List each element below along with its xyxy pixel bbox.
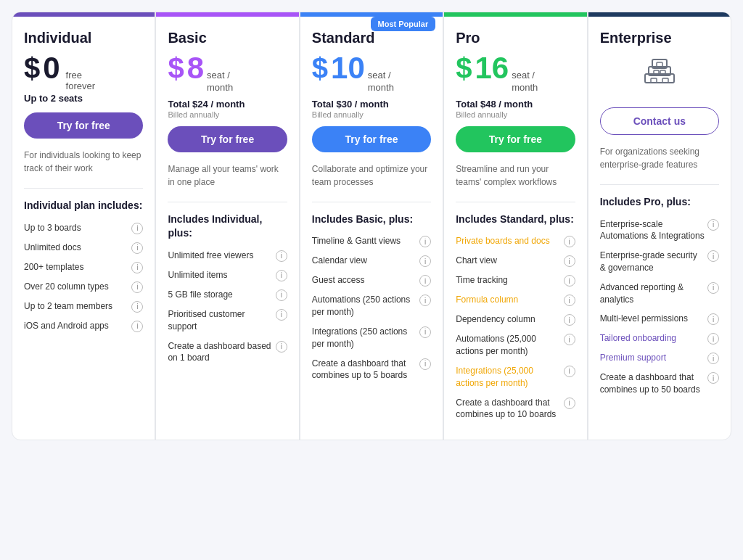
info-icon[interactable]: i (564, 398, 575, 409)
feature-text: Calendar view (312, 255, 416, 267)
info-icon[interactable]: i (707, 333, 719, 345)
price-suffix-basic: seat /month (207, 70, 233, 94)
feature-text: 5 GB file storage (168, 289, 272, 301)
info-icon[interactable]: i (707, 250, 719, 262)
info-icon[interactable]: i (131, 301, 143, 313)
plan-description-pro: Streamline and run your teams' complex w… (456, 162, 575, 192)
info-icon[interactable]: i (564, 236, 575, 247)
info-icon[interactable]: i (419, 255, 431, 267)
info-icon[interactable]: i (707, 372, 719, 384)
plan-card-basic: Basic$8seat /monthTotal $24 / monthBille… (155, 12, 299, 440)
info-icon[interactable]: i (276, 250, 287, 262)
info-icon[interactable]: i (419, 236, 431, 247)
info-icon[interactable]: i (276, 270, 287, 281)
info-icon[interactable]: i (564, 314, 575, 326)
feature-item: Unlimited docsi (24, 242, 143, 254)
info-icon[interactable]: i (707, 353, 719, 364)
plan-card-enterprise: Enterprise Contact usFor organizations s… (588, 12, 731, 440)
divider-individual (24, 188, 143, 189)
info-icon[interactable]: i (419, 295, 431, 306)
price-symbol-pro: $ (456, 54, 472, 83)
cta-button-basic[interactable]: Try for free (168, 126, 287, 152)
feature-text: Create a dashboard that combines up to 5… (600, 371, 705, 396)
feature-item: Time trackingi (456, 274, 575, 287)
info-icon[interactable]: i (564, 366, 575, 377)
feature-list-pro: Private boards and docsiChart viewiTime … (456, 235, 575, 421)
feature-text: Unlimited free viewers (168, 250, 272, 262)
cta-button-individual[interactable]: Try for free (24, 112, 143, 139)
info-icon[interactable]: i (276, 341, 287, 353)
feature-item: Create a dashboard that combines up to 5… (600, 371, 719, 396)
info-icon[interactable]: i (564, 275, 575, 287)
info-icon[interactable]: i (707, 313, 719, 325)
plan-name-enterprise: Enterprise (600, 30, 719, 46)
info-icon[interactable]: i (707, 219, 719, 231)
plan-billed-standard: Billed annually (312, 110, 431, 119)
feature-text: Create a dashboard that combines up to 5… (312, 358, 416, 382)
plan-content-enterprise: Enterprise Contact usFor organizations s… (588, 17, 731, 415)
divider-pro (456, 202, 575, 202)
feature-item: Over 20 column typesi (24, 281, 143, 293)
plan-name-pro: Pro (456, 30, 575, 46)
divider-basic (168, 202, 287, 202)
svg-rect-4 (654, 70, 659, 74)
info-icon[interactable]: i (419, 358, 431, 370)
info-icon[interactable]: i (131, 262, 143, 273)
info-icon[interactable]: i (276, 289, 287, 301)
feature-list-enterprise: Enterprise-scale Automations & Integrati… (600, 218, 719, 396)
info-icon[interactable]: i (131, 321, 143, 332)
info-icon[interactable]: i (131, 223, 143, 234)
feature-text: Enterprise-scale Automations & Integrati… (600, 218, 705, 243)
price-amount-standard: 10 (331, 51, 365, 86)
plan-card-individual: Individual$0freeforeverUp to 2 seatsTry … (12, 12, 155, 440)
plan-total-basic: Total $24 / month (168, 99, 287, 110)
info-icon[interactable]: i (131, 281, 143, 293)
info-icon[interactable]: i (419, 326, 431, 338)
includes-title-basic: Includes Individual, plus: (168, 213, 287, 241)
plan-price-row-pro: $16seat /month (456, 51, 575, 94)
feature-text: Integrations (25,000 actions per month) (456, 365, 560, 390)
plan-description-enterprise: For organizations seeking enterprise-gra… (600, 145, 719, 174)
feature-text: Create a dashboard that combines up to 1… (456, 397, 560, 421)
price-amount-pro: 16 (475, 51, 509, 86)
plan-description-standard: Collaborate and optimize your team proce… (312, 162, 431, 192)
feature-item: Enterprise-grade security & governancei (600, 250, 719, 274)
feature-list-individual: Up to 3 boardsiUnlimited docsi200+ templ… (24, 222, 143, 332)
feature-text: Premium support (600, 352, 705, 364)
feature-text: Dependency column (456, 313, 560, 326)
info-icon[interactable]: i (707, 282, 719, 294)
info-icon[interactable]: i (419, 275, 431, 287)
info-icon[interactable]: i (131, 242, 143, 254)
info-icon[interactable]: i (276, 309, 287, 321)
feature-item: Private boards and docsi (456, 235, 575, 247)
cta-button-pro[interactable]: Try for free (456, 126, 575, 152)
feature-item: Unlimited free viewersi (168, 250, 287, 262)
feature-text: Prioritised customer support (168, 308, 272, 333)
info-icon[interactable]: i (564, 295, 575, 306)
feature-text: Tailored onboarding (600, 332, 705, 345)
feature-item: Up to 3 boardsi (24, 222, 143, 234)
info-icon[interactable]: i (564, 334, 575, 345)
feature-text: Guest access (312, 274, 416, 287)
price-suffix-individual: freeforever (66, 70, 95, 91)
feature-item: 5 GB file storagei (168, 289, 287, 301)
feature-text: Unlimited docs (24, 242, 128, 254)
feature-text: Up to 2 team members (24, 300, 128, 313)
plan-name-standard: Standard (312, 30, 431, 46)
feature-text: Formula column (456, 294, 560, 306)
enterprise-icon (600, 54, 719, 90)
pricing-grid: Individual$0freeforeverUp to 2 seatsTry … (12, 12, 731, 440)
plan-total-standard: Total $30 / month (312, 99, 431, 110)
plan-content-pro: Pro$16seat /monthTotal $48 / monthBilled… (444, 17, 586, 440)
feature-text: Multi-level permissions (600, 313, 705, 325)
includes-title-individual: Individual plan includes: (24, 199, 143, 213)
most-popular-badge: Most Popular (371, 17, 436, 31)
cta-button-enterprise[interactable]: Contact us (600, 107, 719, 135)
price-symbol-basic: $ (168, 54, 184, 83)
feature-text: Enterprise-grade security & governance (600, 250, 705, 274)
info-icon[interactable]: i (564, 255, 575, 267)
cta-button-standard[interactable]: Try for free (312, 126, 431, 152)
price-amount-basic: 8 (187, 51, 204, 86)
includes-title-pro: Includes Standard, plus: (456, 213, 575, 227)
feature-item: Integrations (250 actions per month)i (312, 326, 431, 350)
